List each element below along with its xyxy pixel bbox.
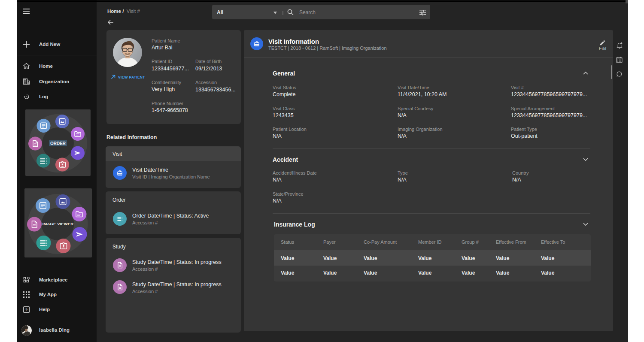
svg-text:ORDER: ORDER (50, 141, 66, 146)
svg-text:?: ? (25, 307, 28, 312)
svg-text:IMAGE VIEWER: IMAGE VIEWER (43, 221, 73, 226)
